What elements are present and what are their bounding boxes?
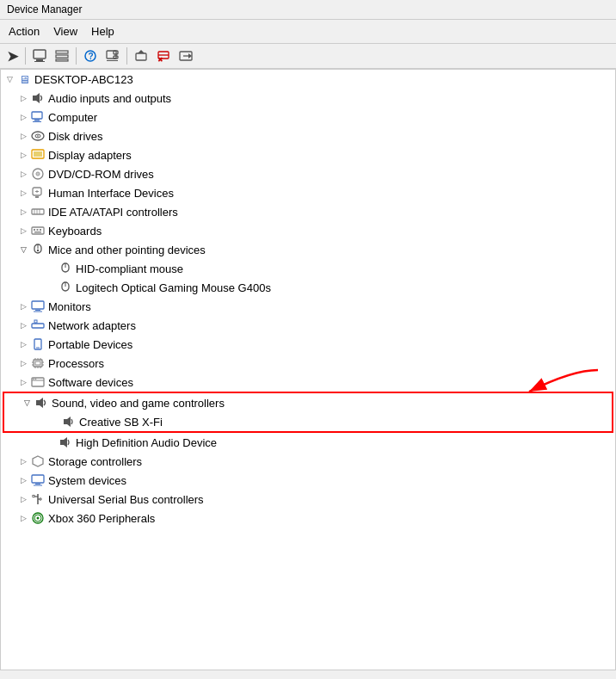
tree-item-system-devices[interactable]: ▷ System devices [1,471,615,490]
system-devices-icon [30,473,46,487]
processors-label: Processors [46,357,104,370]
xbox-peripherals-expander[interactable]: ▷ [16,511,30,525]
toolbar-rollback-btn[interactable]: ✖ [153,46,174,65]
device-tree[interactable]: ▽ 🖥 DESKTOP-ABC123 ▷ Audio inputs and ou… [0,69,616,670]
toolbar-sep-1 [25,47,26,65]
sound-video-label: Sound, video and game controllers [49,397,225,410]
tree-item-usb-controllers[interactable]: ▷ Universal Serial Bus controllers [1,490,615,509]
hid-expander[interactable]: ▷ [16,186,30,200]
tree-item-hid-mouse[interactable]: ▷ HID-compliant mouse [1,259,615,278]
toolbar-update-btn[interactable] [131,46,151,65]
xbox-peripherals-label: Xbox 360 Peripherals [46,512,155,525]
svg-rect-85 [33,496,34,497]
svg-rect-28 [34,151,42,157]
mice-expander[interactable]: ▽ [16,243,30,256]
processors-icon [30,356,46,370]
root-expander[interactable]: ▽ [3,72,16,86]
network-adapters-expander[interactable]: ▷ [16,318,30,332]
tree-item-sound-video[interactable]: ▽ Sound, video and game controllers [4,393,612,412]
svg-rect-33 [35,196,39,198]
hd-audio-label: High Definition Audio Device [73,436,217,449]
tree-item-storage-controllers[interactable]: ▷ Storage controllers [1,452,615,471]
toolbar-sep-2 [76,47,77,65]
audio-io-expander[interactable]: ▷ [16,91,30,105]
hd-audio-expander: ▷ [44,435,58,449]
tree-item-software-devices[interactable]: ▷ Software devices [1,373,615,392]
software-devices-icon [30,375,46,389]
svg-rect-41 [34,229,35,231]
display-adapters-expander[interactable]: ▷ [16,148,30,162]
tree-item-display-adapters[interactable]: ▷ Display adapters [1,145,615,164]
network-adapters-label: Network adapters [46,319,136,332]
svg-rect-21 [32,112,42,119]
audio-io-label: Audio inputs and outputs [46,92,171,105]
back-arrow[interactable]: ➤ [3,48,22,65]
dvd-cdrom-expander[interactable]: ▷ [16,167,30,181]
tree-item-xbox-peripherals[interactable]: ▷ Xbox 360 Peripherals [1,509,615,528]
svg-point-89 [37,517,40,520]
hid-mouse-icon [58,262,73,275]
tree-item-network-adapters[interactable]: ▷ Network adapters [1,316,615,335]
ide-atapi-expander[interactable]: ▷ [16,205,30,219]
svg-rect-43 [40,229,41,231]
tree-item-logitech-mouse[interactable]: ▷ Logitech Optical Gaming Mouse G400s [1,278,615,297]
tree-item-audio-io[interactable]: ▷ Audio inputs and outputs [1,89,615,108]
keyboards-icon [30,224,46,238]
tree-root[interactable]: ▽ 🖥 DESKTOP-ABC123 [1,70,615,89]
xbox-peripherals-icon [30,511,46,525]
root-label: DESKTOP-ABC123 [32,73,133,86]
display-adapters-icon [30,148,46,162]
svg-point-74 [33,379,34,380]
toolbar-scan-btn[interactable] [102,46,123,65]
toolbar-help-btn[interactable]: ? [80,46,101,65]
svg-rect-55 [32,324,44,328]
creative-sb-label: Creative SB X-Fi [77,416,163,429]
sound-video-expander[interactable]: ▽ [20,396,34,410]
tree-item-keyboards[interactable]: ▷ Keyboards [1,221,615,240]
svg-rect-53 [35,310,40,311]
usb-controllers-expander[interactable]: ▷ [16,492,30,506]
tree-item-portable-devices[interactable]: ▷ Portable Devices [1,335,615,354]
monitors-expander[interactable]: ▷ [16,299,30,313]
tree-item-dvd-cdrom[interactable]: ▷ DVD/CD-ROM drives [1,164,615,183]
keyboards-expander[interactable]: ▷ [16,224,30,238]
tree-item-computer[interactable]: ▷ Computer [1,108,615,127]
network-adapters-icon [30,318,46,332]
svg-rect-56 [34,320,37,323]
svg-rect-54 [34,312,42,312]
toolbar-list-btn[interactable] [52,46,72,65]
menu-view[interactable]: View [48,23,83,40]
system-devices-expander[interactable]: ▷ [16,473,30,487]
portable-devices-label: Portable Devices [46,338,132,351]
tree-item-hid[interactable]: ▷ Human Interface Devices [1,183,615,202]
toolbar: ➤ ? [0,44,616,69]
list-icon [54,49,70,63]
storage-controllers-expander[interactable]: ▷ [16,454,30,468]
tree-item-ide-atapi[interactable]: ▷ IDE ATA/ATAPI controllers [1,202,615,221]
tree-item-monitors[interactable]: ▷ Monitors [1,297,615,316]
hid-icon [30,186,46,200]
processors-expander[interactable]: ▷ [16,356,30,370]
tree-item-mice[interactable]: ▽ Mice and other pointing devices [1,240,615,259]
menu-action[interactable]: Action [3,23,45,40]
ide-atapi-icon [30,205,46,219]
computer-expander[interactable]: ▷ [16,110,30,124]
tree-item-disk-drives[interactable]: ▷ Disk drives [1,127,615,145]
toolbar-enable-btn[interactable] [176,46,196,65]
svg-marker-79 [60,437,67,448]
keyboards-label: Keyboards [46,225,102,238]
software-devices-expander[interactable]: ▷ [16,375,30,389]
sound-video-section: ▽ Sound, video and game controllers ▷ Cr… [1,392,615,433]
disk-drives-label: Disk drives [46,130,103,143]
tree-item-creative-sb[interactable]: ▷ Creative SB X-Fi [4,412,612,431]
app-title: Device Manager [7,3,82,15]
portable-devices-expander[interactable]: ▷ [16,337,30,351]
toolbar-computer-btn[interactable] [29,46,50,65]
tree-item-hd-audio[interactable]: ▷ High Definition Audio Device [1,433,615,452]
monitors-label: Monitors [46,300,91,313]
tree-item-processors[interactable]: ▷ Processors [1,354,615,373]
menu-help[interactable]: Help [86,23,120,40]
usb-controllers-label: Universal Serial Bus controllers [46,493,204,506]
svg-rect-23 [33,121,41,122]
disk-drives-expander[interactable]: ▷ [16,129,30,143]
